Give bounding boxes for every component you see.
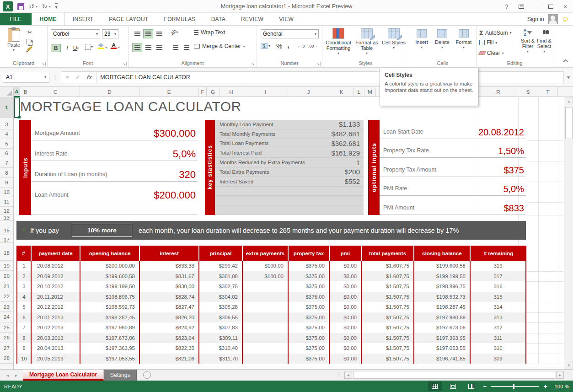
table-cell[interactable]: $302,75 [199, 281, 243, 292]
table-cell[interactable]: 7 [17, 322, 32, 333]
extra-payment-banner[interactable]: ↑ If you pay 10% more each month, your l… [16, 221, 526, 240]
table-cell[interactable] [243, 333, 289, 344]
key-stat-row[interactable]: Months Reduced by Extra Payments1 [215, 158, 364, 167]
table-cell[interactable]: $299,42 [199, 261, 243, 271]
table-cell[interactable]: $306,55 [199, 312, 243, 323]
key-stat-row[interactable]: Total Extra Payments$200 [215, 167, 364, 177]
redo-button[interactable]: ↻ [42, 3, 48, 10]
table-cell[interactable]: 319 [471, 261, 526, 271]
table-cell[interactable] [243, 302, 289, 312]
column-header-D[interactable]: D [80, 87, 139, 97]
name-box-splitter[interactable]: ⋮ [52, 74, 58, 81]
table-cell[interactable]: 10 [17, 354, 32, 364]
confirm-entry-button[interactable]: ✓ [75, 74, 80, 81]
table-cell[interactable]: 20.01.2013 [32, 312, 80, 323]
input-row[interactable]: Mortgage Amount$300.000 [31, 120, 198, 140]
zoom-in-button[interactable]: + [544, 383, 547, 390]
table-row[interactable]: 720.02.2013$197.980,89$824,92$307,83$375… [16, 322, 526, 333]
merge-center-button[interactable]: Merge & Center▾ [194, 43, 245, 49]
column-header-M[interactable]: M [364, 87, 376, 97]
table-row[interactable]: 920.04.2013$197.363,95$822,35$310,40$375… [16, 343, 526, 354]
table-cell[interactable]: 3 [17, 281, 32, 292]
row-header-23[interactable]: 23 [0, 302, 13, 312]
row-header-6[interactable]: 6 [0, 149, 13, 158]
tab-home[interactable]: HOME [32, 13, 65, 25]
table-cell[interactable]: 20.05.2013 [32, 354, 80, 364]
table-cell[interactable]: $375,00 [289, 322, 330, 333]
table-cell[interactable] [243, 292, 289, 302]
table-cell[interactable]: $198.592,73 [80, 302, 140, 312]
table-cell[interactable]: $375,00 [289, 343, 330, 354]
table-cell[interactable]: $301,08 [199, 271, 243, 282]
horizontal-scrollbar[interactable]: ◂ ▸ [344, 371, 564, 379]
column-header-C[interactable]: C [31, 87, 80, 97]
format-as-table-button[interactable]: Format as Table▾ [353, 28, 380, 56]
number-dialog-launcher[interactable]: ↘ [316, 62, 321, 66]
table-cell[interactable]: $375,00 [289, 292, 330, 302]
table-cell[interactable]: $823,64 [140, 333, 199, 344]
table-header-principal[interactable]: principal [199, 246, 243, 261]
table-cell[interactable]: 316 [471, 281, 526, 292]
table-cell[interactable]: $831,67 [140, 271, 199, 282]
prev-sheet-button[interactable]: ◂ [6, 373, 9, 378]
table-header-property-tax[interactable]: property tax [289, 246, 330, 261]
optional-input-value[interactable]: $375 [504, 165, 525, 175]
table-cell[interactable]: 9 [17, 343, 32, 354]
input-row[interactable]: Loan Amount$200.000 [31, 182, 198, 202]
row-header-3[interactable]: 3 [0, 120, 13, 129]
font-dialog-launcher[interactable]: ↘ [122, 62, 127, 66]
tab-view[interactable]: VIEW [271, 13, 301, 25]
table-cell[interactable]: $198.896,75 [80, 292, 140, 302]
table-cell[interactable]: $375,00 [289, 271, 330, 282]
input-value[interactable]: 5,0% [173, 149, 196, 159]
column-header-T[interactable]: T [538, 87, 558, 97]
clear-button[interactable]: Clear▾ [479, 50, 504, 56]
table-cell[interactable]: $822,35 [140, 343, 199, 354]
table-cell[interactable]: 20.11.2012 [32, 292, 80, 302]
table-cell[interactable]: $197.980,89 [414, 312, 471, 323]
page-break-view-button[interactable] [465, 381, 478, 391]
name-box[interactable]: A1▾ [3, 72, 49, 83]
cancel-entry-button[interactable]: × [66, 74, 69, 81]
customize-qat-button[interactable]: ▾ [55, 3, 58, 11]
table-cell[interactable]: 20.08.2012 [32, 261, 80, 271]
format-painter-button[interactable] [27, 48, 33, 49]
row-header-20[interactable]: 20 [0, 271, 13, 281]
formula-input[interactable]: MORTGAGE LOAN CALCULATOR [96, 71, 564, 83]
paste-dropdown-icon[interactable]: ▾ [13, 48, 15, 53]
table-row[interactable]: 120.08.2012$200.000,00$833,33$299,42$100… [16, 261, 526, 271]
key-stat-row[interactable]: Monthly Loan Payment$1.133 [215, 120, 364, 129]
smiley-feedback-icon[interactable]: ☺ [562, 15, 569, 23]
align-middle-button[interactable] [143, 29, 153, 38]
table-cell[interactable]: $375,00 [289, 281, 330, 292]
table-cell[interactable]: $199.600,58 [414, 261, 471, 271]
clipboard-dialog-launcher[interactable]: ↘ [41, 62, 46, 66]
insert-function-button[interactable]: fx [86, 74, 91, 81]
table-cell[interactable]: $197.673,06 [80, 333, 140, 344]
table-cell[interactable]: $1.507,75 [362, 292, 414, 302]
table-cell[interactable]: $1.507,75 [362, 281, 414, 292]
table-cell[interactable] [243, 354, 289, 364]
table-header-payment-date[interactable]: payment date [32, 246, 80, 261]
row-header-28[interactable]: 28 [0, 353, 13, 364]
table-cell[interactable]: $1.607,75 [362, 261, 414, 271]
table-cell[interactable]: $199.600,58 [80, 271, 140, 282]
table-cell[interactable]: 313 [471, 312, 526, 323]
sort-filter-button[interactable]: AZ Sort & Filter▾ [519, 28, 537, 54]
page-layout-view-button[interactable] [446, 381, 460, 391]
table-cell[interactable]: $199.199,50 [80, 281, 140, 292]
table-cell[interactable]: 317 [471, 271, 526, 282]
table-cell[interactable]: $197.363,95 [414, 333, 471, 344]
underline-button[interactable]: U▾ [72, 43, 80, 53]
new-sheet-button[interactable] [143, 371, 151, 379]
optional-input-value[interactable]: $833 [504, 203, 525, 213]
input-row[interactable]: Interest Rate5,0% [31, 140, 198, 161]
table-header-remaining[interactable]: # remaining [471, 246, 526, 261]
cell-styles-button[interactable]: Cell Styles▾ [381, 28, 407, 51]
key-stat-row[interactable]: Total Interest Paid$161.929 [215, 148, 364, 158]
row-header-17[interactable]: 17 [0, 237, 13, 243]
ribbon-display-options-button[interactable] [515, 1, 527, 11]
close-button[interactable]: × [559, 1, 571, 11]
table-row[interactable]: 820.03.2013$197.673,06$823,64$309,11$375… [16, 333, 526, 344]
table-cell[interactable]: $821,06 [140, 354, 199, 364]
